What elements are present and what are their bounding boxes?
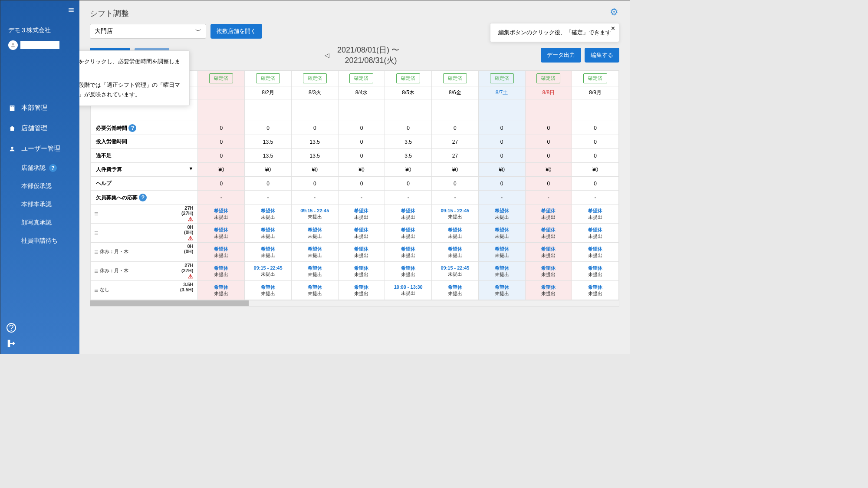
table-cell[interactable]: 希望休未提出 bbox=[525, 204, 572, 224]
table-cell[interactable]: 希望休未提出 bbox=[338, 262, 385, 281]
table-cell[interactable]: 投入労働時間 bbox=[91, 135, 198, 149]
table-cell[interactable]: 希望休未提出 bbox=[525, 262, 572, 281]
status-badge[interactable]: 確定済 bbox=[536, 73, 560, 83]
table-cell[interactable]: 希望休未提出 bbox=[525, 281, 572, 300]
table-cell[interactable]: 希望休未提出 bbox=[385, 204, 432, 224]
table-cell[interactable]: - bbox=[245, 191, 292, 204]
avatar[interactable] bbox=[8, 40, 18, 50]
table-cell[interactable]: 27 bbox=[432, 149, 479, 163]
table-cell[interactable]: 確定済 bbox=[338, 71, 385, 86]
table-cell[interactable]: 希望休未提出 bbox=[198, 204, 245, 224]
table-cell[interactable]: 欠員募集への応募 ? bbox=[91, 191, 198, 204]
table-cell[interactable] bbox=[198, 99, 245, 121]
table-cell[interactable]: 希望休未提出 bbox=[478, 262, 525, 281]
table-cell[interactable] bbox=[291, 99, 338, 121]
table-cell[interactable]: 8/2月 bbox=[245, 86, 292, 99]
table-cell[interactable]: 希望休未提出 bbox=[291, 243, 338, 262]
table-cell[interactable]: 0 bbox=[338, 149, 385, 163]
prev-icon[interactable]: ◁ bbox=[325, 52, 329, 59]
table-cell[interactable]: 0 bbox=[572, 177, 619, 191]
table-cell[interactable]: 希望休未提出 bbox=[338, 204, 385, 224]
table-cell[interactable]: 希望休未提出 bbox=[385, 262, 432, 281]
table-cell[interactable]: 0 bbox=[198, 121, 245, 135]
table-cell[interactable]: 希望休未提出 bbox=[478, 224, 525, 243]
table-cell[interactable]: 8/6金 bbox=[432, 86, 479, 99]
table-cell[interactable]: 09:15 - 22:45未提出 bbox=[432, 204, 479, 224]
table-cell[interactable]: ¥0 bbox=[572, 163, 619, 177]
status-badge[interactable]: 確定済 bbox=[349, 73, 373, 83]
menu-icon[interactable]: ≡ bbox=[68, 4, 74, 16]
table-cell[interactable]: 希望休未提出 bbox=[478, 281, 525, 300]
nav-photo[interactable]: 顔写真承認 bbox=[0, 214, 79, 232]
table-cell[interactable] bbox=[245, 99, 292, 121]
table-cell[interactable]: 0 bbox=[478, 149, 525, 163]
table-cell[interactable]: 希望休未提出 bbox=[478, 243, 525, 262]
drag-icon[interactable]: ≡ bbox=[94, 210, 98, 218]
table-cell[interactable]: - bbox=[572, 191, 619, 204]
table-cell[interactable]: 0 bbox=[245, 121, 292, 135]
table-cell[interactable]: 希望休未提出 bbox=[432, 243, 479, 262]
drag-icon[interactable]: ≡ bbox=[94, 267, 98, 275]
table-cell[interactable]: ヘルプ bbox=[91, 177, 198, 191]
table-cell[interactable]: 0 bbox=[291, 121, 338, 135]
table-cell[interactable]: 09:15 - 22:45未提出 bbox=[432, 262, 479, 281]
table-cell[interactable]: 確定済 bbox=[245, 71, 292, 86]
table-cell[interactable]: 希望休未提出 bbox=[525, 224, 572, 243]
table-cell[interactable]: 希望休未提出 bbox=[198, 243, 245, 262]
table-cell[interactable]: 希望休未提出 bbox=[385, 224, 432, 243]
table-cell[interactable]: - bbox=[198, 191, 245, 204]
table-cell[interactable] bbox=[478, 99, 525, 121]
table-cell[interactable]: ≡休み：月・木27H(27H)⚠ bbox=[91, 262, 198, 281]
table-cell[interactable]: - bbox=[525, 191, 572, 204]
table-cell[interactable]: - bbox=[338, 191, 385, 204]
nav-hq[interactable]: 本部管理 bbox=[0, 98, 79, 118]
table-cell[interactable]: 0 bbox=[198, 177, 245, 191]
table-cell[interactable]: 09:15 - 22:45未提出 bbox=[245, 262, 292, 281]
table-cell[interactable]: ¥0 bbox=[245, 163, 292, 177]
open-multi-button[interactable]: 複数店舗を開く bbox=[210, 24, 262, 39]
table-cell[interactable]: ¥0 bbox=[432, 163, 479, 177]
table-cell[interactable]: 0 bbox=[572, 149, 619, 163]
status-badge[interactable]: 確定済 bbox=[490, 73, 514, 83]
nav-hq-temp[interactable]: 本部仮承認 bbox=[0, 177, 79, 195]
table-cell[interactable]: 0 bbox=[478, 177, 525, 191]
table-cell[interactable]: 0 bbox=[338, 121, 385, 135]
export-button[interactable]: データ出力 bbox=[541, 48, 581, 63]
table-cell[interactable]: 0 bbox=[385, 177, 432, 191]
table-cell[interactable]: 0 bbox=[291, 177, 338, 191]
table-cell[interactable]: 希望休未提出 bbox=[338, 281, 385, 300]
info-icon[interactable]: ? bbox=[7, 323, 16, 333]
help-icon[interactable]: ? bbox=[49, 164, 57, 172]
table-cell[interactable]: 確定済 bbox=[432, 71, 479, 86]
table-cell[interactable]: ≡休み：月・木0H(0H) bbox=[91, 243, 198, 262]
table-cell[interactable]: 希望休未提出 bbox=[338, 243, 385, 262]
table-cell[interactable] bbox=[572, 99, 619, 121]
status-badge[interactable]: 確定済 bbox=[303, 73, 327, 83]
table-cell[interactable]: 0 bbox=[572, 121, 619, 135]
table-cell[interactable]: 希望休未提出 bbox=[572, 224, 619, 243]
nav-emp-wait[interactable]: 社員申請待ち bbox=[0, 232, 79, 250]
table-cell[interactable]: ¥0 bbox=[338, 163, 385, 177]
table-cell[interactable]: 0 bbox=[432, 177, 479, 191]
table-cell[interactable]: ¥0 bbox=[198, 163, 245, 177]
table-cell[interactable]: 希望休未提出 bbox=[525, 243, 572, 262]
table-cell[interactable]: 8/3火 bbox=[291, 86, 338, 99]
table-cell[interactable]: 8/9月 bbox=[572, 86, 619, 99]
table-cell[interactable]: 13.5 bbox=[245, 135, 292, 149]
table-cell[interactable]: 27 bbox=[432, 135, 479, 149]
table-cell[interactable]: ≡0H(0H)⚠ bbox=[91, 224, 198, 243]
table-cell[interactable]: 09:15 - 22:45未提出 bbox=[291, 204, 338, 224]
drag-icon[interactable]: ≡ bbox=[94, 248, 98, 256]
table-cell[interactable]: ¥0 bbox=[385, 163, 432, 177]
status-badge[interactable]: 確定済 bbox=[209, 73, 233, 83]
status-badge[interactable]: 確定済 bbox=[396, 73, 420, 83]
help-icon[interactable]: ? bbox=[139, 194, 147, 201]
table-cell[interactable]: 希望休未提出 bbox=[245, 243, 292, 262]
table-cell[interactable]: ¥0 bbox=[291, 163, 338, 177]
table-cell[interactable]: ≡27H(27H)⚠ bbox=[91, 204, 198, 224]
table-cell[interactable] bbox=[525, 99, 572, 121]
table-cell[interactable]: 希望休未提出 bbox=[385, 243, 432, 262]
table-cell[interactable]: 希望休未提出 bbox=[432, 224, 479, 243]
table-cell[interactable]: 0 bbox=[525, 121, 572, 135]
table-cell[interactable]: 希望休未提出 bbox=[198, 281, 245, 300]
